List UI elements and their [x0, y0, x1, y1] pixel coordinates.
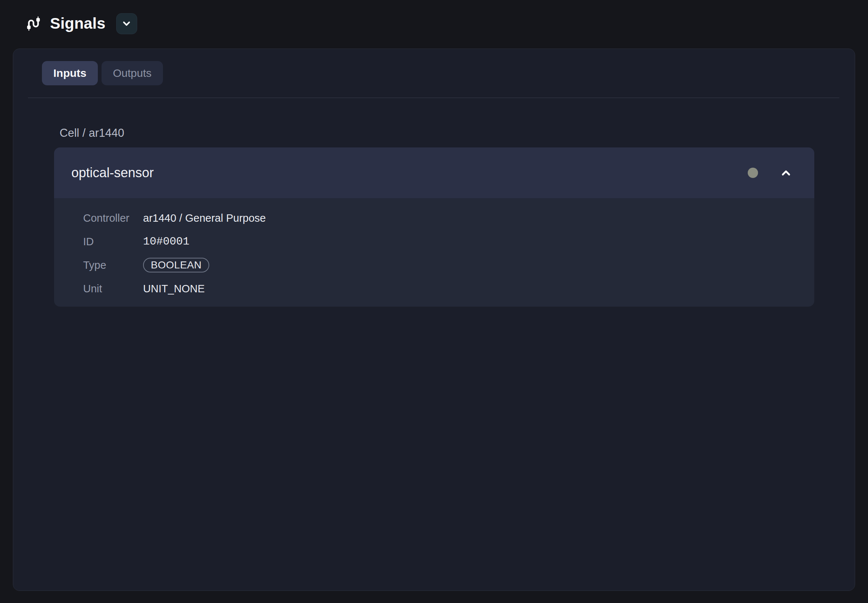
- unit-value: UNIT_NONE: [143, 283, 205, 295]
- collapse-button[interactable]: [778, 165, 793, 180]
- id-label: ID: [83, 236, 143, 248]
- tab-divider: [28, 97, 839, 98]
- app-switcher-dropdown-button[interactable]: [116, 13, 137, 34]
- tab-outputs[interactable]: Outputs: [102, 61, 163, 85]
- signals-panel: Inputs Outputs Cell / ar1440 optical-sen…: [13, 48, 855, 591]
- tab-bar: Inputs Outputs: [42, 61, 163, 85]
- signal-card-header[interactable]: optical-sensor: [54, 147, 814, 198]
- controller-label: Controller: [83, 212, 143, 224]
- cable-icon: [24, 14, 43, 33]
- id-value: 10#0001: [143, 235, 189, 248]
- detail-row-unit: Unit UNIT_NONE: [54, 277, 814, 300]
- signal-name: optical-sensor: [71, 165, 748, 181]
- type-badge: BOOLEAN: [143, 258, 209, 272]
- tab-inputs[interactable]: Inputs: [42, 61, 98, 85]
- controller-value: ar1440 / General Purpose: [143, 212, 266, 224]
- type-label: Type: [83, 259, 143, 271]
- chevron-down-icon: [121, 18, 132, 29]
- status-dot: [748, 168, 758, 178]
- detail-row-controller: Controller ar1440 / General Purpose: [54, 206, 814, 230]
- app-header: Signals: [24, 12, 137, 34]
- signal-card: optical-sensor Controller ar1440 / Gener…: [54, 147, 814, 307]
- detail-row-type: Type BOOLEAN: [54, 254, 814, 277]
- chevron-up-icon: [779, 166, 793, 180]
- detail-row-id: ID 10#0001: [54, 230, 814, 254]
- page-title: Signals: [50, 15, 105, 32]
- signal-card-body: Controller ar1440 / General Purpose ID 1…: [54, 198, 814, 307]
- unit-label: Unit: [83, 283, 143, 295]
- breadcrumb: Cell / ar1440: [60, 127, 124, 140]
